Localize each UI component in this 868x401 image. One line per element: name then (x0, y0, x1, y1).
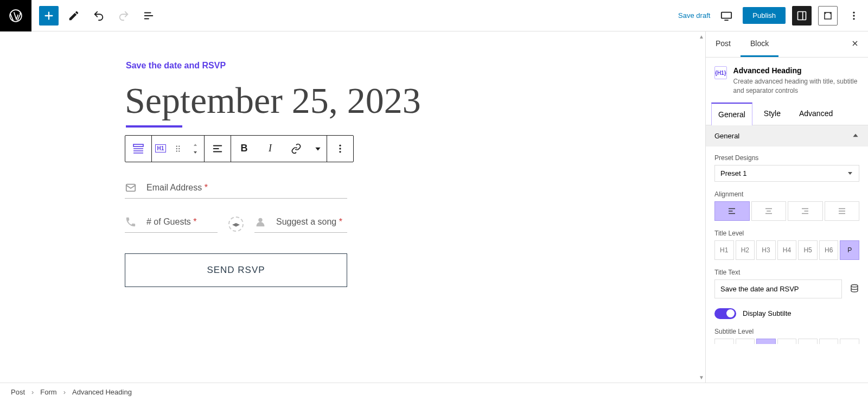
guests-field[interactable]: # of Guests * (125, 216, 218, 233)
preset-designs-label: Preset Designs (714, 154, 859, 162)
drag-handle[interactable] (169, 136, 187, 162)
svg-point-14 (339, 144, 341, 146)
svg-point-19 (851, 285, 858, 288)
add-block-button[interactable] (39, 6, 59, 26)
chevron-up-icon (852, 132, 859, 139)
more-rich-text-button[interactable] (309, 136, 327, 162)
align-justify-option[interactable] (825, 201, 860, 221)
level-h2[interactable]: H2 (736, 240, 755, 260)
level-h5[interactable]: H5 (798, 240, 818, 260)
block-title: Advanced Heading (733, 66, 859, 75)
level-h4[interactable]: H4 (777, 240, 797, 260)
heading-main[interactable]: September 25, 2023 (125, 80, 580, 121)
heading-separator (126, 125, 182, 128)
template-button[interactable] (818, 6, 838, 26)
svg-point-16 (339, 151, 341, 152)
level-h3[interactable]: H3 (756, 240, 776, 260)
bold-button[interactable]: B (231, 136, 257, 162)
block-toolbar: H1 B I (125, 135, 354, 162)
level-h1[interactable]: H1 (714, 240, 734, 260)
save-draft-button[interactable]: Save draft (678, 11, 710, 20)
guests-label: # of Guests (146, 217, 191, 226)
preset-select[interactable]: Preset 1 (714, 165, 859, 182)
svg-point-4 (853, 11, 854, 13)
link-button[interactable] (283, 136, 309, 162)
svg-point-12 (176, 150, 177, 151)
inner-tab-general[interactable]: General (711, 103, 752, 125)
block-parent-button[interactable] (125, 136, 151, 162)
display-subtitle-toggle[interactable] (714, 308, 736, 319)
block-options-button[interactable] (327, 136, 353, 162)
alignment-label: Alignment (714, 190, 859, 198)
scroll-indicator-down: ▼ (699, 374, 704, 380)
breadcrumb-item[interactable]: Post (11, 388, 25, 396)
svg-rect-7 (133, 144, 143, 147)
svg-point-6 (853, 18, 854, 20)
dynamic-content-icon[interactable] (850, 284, 859, 294)
edit-tool-button[interactable] (64, 6, 84, 26)
align-right-option[interactable] (788, 201, 823, 221)
title-text-input[interactable]: Save the date and RSVP (714, 279, 842, 298)
publish-button[interactable]: Publish (743, 7, 786, 24)
person-icon (254, 216, 266, 228)
send-rsvp-button[interactable]: SEND RSVP (125, 253, 347, 287)
tab-block[interactable]: Block (741, 31, 778, 57)
settings-sidebar: Post Block {H1} Advanced Heading Create … (705, 31, 868, 383)
chevron-right-icon: › (31, 388, 34, 396)
svg-point-13 (178, 150, 180, 151)
heading-subtitle[interactable]: Save the date and RSVP (126, 61, 580, 71)
song-field[interactable]: Suggest a song * (254, 216, 347, 233)
title-level-label: Title Level (714, 230, 859, 237)
block-type-icon[interactable]: H1 (152, 136, 169, 162)
tab-post[interactable]: Post (706, 31, 741, 57)
close-sidebar-button[interactable] (842, 31, 868, 57)
level-h6[interactable]: H6 (819, 240, 839, 260)
svg-rect-1 (722, 12, 731, 18)
chevron-down-icon (847, 170, 853, 176)
align-center-option[interactable] (751, 201, 787, 221)
block-description: Create advanced heading with title, subt… (733, 77, 859, 96)
title-level-options: H1 H2 H3 H4 H5 H6 P (714, 240, 859, 260)
column-resize-handle[interactable]: ◂▸ (228, 217, 244, 232)
mail-icon (125, 182, 137, 194)
breadcrumb: Post › Form › Advanced Heading (0, 383, 868, 401)
panel-general-header[interactable]: General (706, 125, 868, 147)
move-handle[interactable] (187, 136, 204, 162)
subtitle-level-label: Subtitle Level (714, 328, 859, 335)
song-label: Suggest a song (276, 217, 336, 226)
svg-point-8 (176, 145, 177, 147)
email-label: Email Address (146, 183, 202, 192)
display-subtitle-label: Display Subtilte (743, 309, 792, 317)
undo-button[interactable] (89, 6, 108, 26)
title-text-label: Title Text (714, 269, 859, 276)
align-button[interactable] (205, 136, 231, 162)
inner-tab-style[interactable]: Style (757, 102, 788, 125)
breadcrumb-item[interactable]: Form (40, 388, 56, 396)
svg-point-18 (258, 218, 262, 221)
preview-button[interactable] (717, 6, 736, 26)
svg-point-10 (176, 148, 177, 149)
level-p[interactable]: P (840, 240, 859, 260)
svg-point-15 (339, 148, 341, 149)
svg-point-5 (853, 15, 854, 16)
options-menu-button[interactable] (844, 6, 864, 26)
editor-canvas[interactable]: ▲ ▼ Save the date and RSVP September 25,… (0, 31, 705, 383)
alignment-options (714, 201, 859, 221)
svg-point-11 (178, 148, 180, 149)
settings-sidebar-toggle[interactable] (792, 6, 812, 26)
adv-heading-icon: {H1} (714, 66, 727, 79)
wordpress-logo[interactable] (0, 0, 31, 31)
phone-icon (125, 216, 137, 228)
inner-tab-advanced[interactable]: Advanced (792, 102, 840, 125)
redo-button[interactable] (114, 6, 133, 26)
svg-rect-2 (798, 11, 806, 20)
top-toolbar: Save draft Publish (0, 0, 868, 31)
scroll-indicator-up: ▲ (699, 34, 704, 40)
subtitle-level-options (714, 339, 859, 344)
align-left-option[interactable] (714, 201, 750, 221)
breadcrumb-item[interactable]: Advanced Heading (72, 388, 132, 396)
document-overview-button[interactable] (139, 6, 158, 26)
italic-button[interactable]: I (257, 136, 283, 162)
email-field[interactable]: Email Address * (125, 182, 347, 199)
svg-point-9 (178, 145, 180, 147)
